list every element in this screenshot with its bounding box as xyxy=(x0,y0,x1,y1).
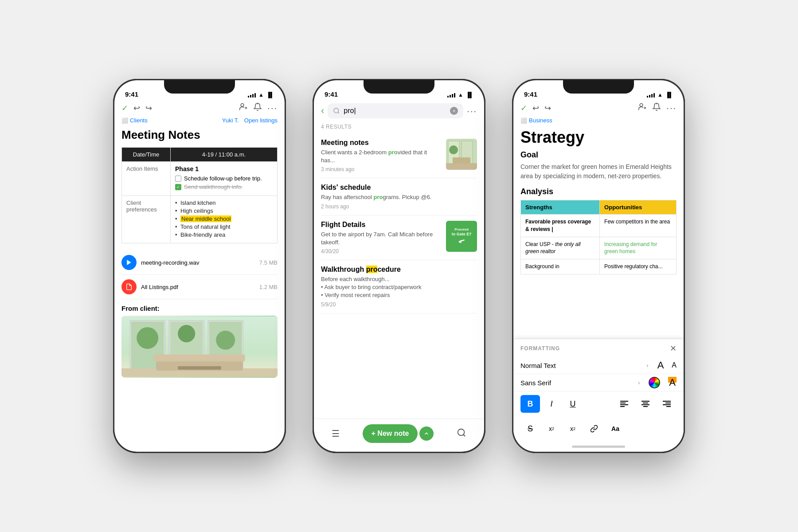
format-icon-a-small[interactable]: A xyxy=(672,361,677,369)
note-title: Meeting Notes xyxy=(121,128,278,142)
goal-label: Goal xyxy=(520,150,677,160)
checklist-text-1: Schedule follow-up before trip. xyxy=(184,175,262,182)
audio-filename: meeting-recording.wav xyxy=(141,259,255,266)
result-time-4: 5/9/20 xyxy=(321,301,477,308)
search-more-icon[interactable]: ··· xyxy=(467,106,477,116)
search-results: Meeting notes Client wants a 2-bedroom p… xyxy=(314,133,484,419)
add-person-icon[interactable] xyxy=(239,102,248,113)
undo-icon[interactable]: ↩ xyxy=(133,103,140,113)
results-count: 4 RESULTS xyxy=(314,122,484,133)
search-bottom-icon[interactable] xyxy=(457,428,466,440)
signal-bar xyxy=(647,96,648,98)
breadcrumb-right: Yuki T. Open listings xyxy=(222,117,278,124)
note-table: Date/Time 4-19 / 11:00 a.m. Action Items… xyxy=(121,147,278,243)
search-clear-button[interactable]: × xyxy=(450,107,458,115)
superscript-button[interactable]: x2 xyxy=(542,420,561,438)
result-snippet-1: Client wants a 2-bedroom provided that i… xyxy=(321,149,441,164)
svg-point-0 xyxy=(241,104,244,107)
new-note-button[interactable]: + New note xyxy=(363,424,418,443)
italic-button[interactable]: I xyxy=(542,395,561,413)
subscript-button[interactable]: x2 xyxy=(563,420,583,438)
color-picker-icon[interactable] xyxy=(649,377,660,388)
result-content-2: Kids' schedule Ray has afterschool progr… xyxy=(321,184,477,209)
breadcrumb-label-3[interactable]: Business xyxy=(529,117,552,124)
client-image xyxy=(121,316,278,378)
chevron-button[interactable] xyxy=(419,426,434,441)
back-button[interactable]: ‹ xyxy=(321,105,324,117)
menu-icon[interactable]: ☰ xyxy=(332,428,340,439)
checkbox-2[interactable] xyxy=(175,184,181,190)
result-snippet-2: Ray has afterschool programs. Pickup @6. xyxy=(321,193,477,201)
checklist-item-2: Send walkthrough info. xyxy=(175,184,273,190)
redo-icon[interactable]: ↪ xyxy=(145,103,152,113)
strikethrough-button[interactable]: S xyxy=(520,420,540,438)
signal-bar xyxy=(254,93,256,98)
result-item-3[interactable]: Flight Details Get to the airport by 7am… xyxy=(321,215,477,260)
result-content-1: Meeting notes Client wants a 2-bedroom p… xyxy=(321,139,441,172)
format-icon-a-striped[interactable]: A xyxy=(668,377,677,388)
opportunities-header: Opportunities xyxy=(600,200,677,215)
svg-line-28 xyxy=(463,434,465,436)
check-icon-3[interactable]: ✓ xyxy=(520,103,527,113)
phone-meeting-notes: 9:41 ▲ ▐▌ ✓ ↩ ↪ xyxy=(113,79,286,453)
breadcrumb-3: ⬜ Business xyxy=(513,116,684,126)
result-item-1[interactable]: Meeting notes Client wants a 2-bedroom p… xyxy=(321,133,477,178)
checklist-item-1: Schedule follow-up before trip. xyxy=(175,175,273,182)
status-time-2: 9:41 xyxy=(325,90,338,98)
bold-button[interactable]: B xyxy=(520,395,540,413)
add-bell-icon[interactable] xyxy=(253,102,262,113)
goal-text: Corner the market for green homes in Eme… xyxy=(520,162,677,181)
result-item-2[interactable]: Kids' schedule Ray has afterschool progr… xyxy=(321,178,477,215)
format-normal-text-label[interactable]: Normal Text xyxy=(520,362,642,369)
breadcrumb-listings[interactable]: Open listings xyxy=(244,117,278,124)
format-toolbar-row-1: B I U xyxy=(513,391,684,416)
strategy-title: Strategy xyxy=(520,128,677,147)
signal-bar xyxy=(454,93,455,98)
status-icons-1: ▲ ▐▌ xyxy=(248,92,274,98)
signal-bar xyxy=(649,95,650,98)
format-icon-a-serif[interactable]: A xyxy=(657,360,664,371)
search-input[interactable]: pro| xyxy=(344,107,446,115)
breadcrumb-yuki[interactable]: Yuki T. xyxy=(222,117,239,124)
check-icon[interactable]: ✓ xyxy=(121,103,128,113)
redo-icon-3[interactable]: ↪ xyxy=(544,103,551,113)
undo-icon-3[interactable]: ↩ xyxy=(532,103,539,113)
more-options-icon-3[interactable]: ··· xyxy=(666,103,677,113)
result-item-4[interactable]: Walkthrough procedure Before each walkth… xyxy=(321,260,477,313)
search-input-wrapper[interactable]: pro| × xyxy=(328,103,463,118)
align-left-button[interactable] xyxy=(614,395,634,413)
checkbox-1[interactable] xyxy=(175,176,181,182)
swot-table: Strengths Opportunities Favorable press … xyxy=(520,200,677,274)
attachment-pdf[interactable]: All Listings.pdf 1.2 MB xyxy=(121,275,278,299)
more-options-icon[interactable]: ··· xyxy=(267,103,278,113)
result-time-3: 4/30/20 xyxy=(321,248,441,254)
highlight-button[interactable]: Aa xyxy=(606,420,625,438)
bottom-nav: ☰ + New note xyxy=(314,419,484,452)
align-center-button[interactable] xyxy=(636,395,655,413)
notch xyxy=(164,80,235,94)
table-header-datetime: Date/Time xyxy=(122,148,171,162)
add-person-icon-3[interactable] xyxy=(638,102,647,113)
breadcrumb-1: ⬜ Clients Yuki T. Open listings xyxy=(114,116,285,126)
pref-item-1: Island kitchen xyxy=(175,200,273,206)
breadcrumb-label-1[interactable]: Clients xyxy=(130,117,148,124)
home-bar xyxy=(572,446,625,448)
wifi-icon-3: ▲ xyxy=(657,92,663,98)
link-button[interactable] xyxy=(584,420,604,438)
signal-bars-2 xyxy=(447,92,455,98)
attachment-audio[interactable]: meeting-recording.wav 7.5 MB xyxy=(121,250,278,275)
svg-point-27 xyxy=(458,429,465,435)
pref-item-2: High ceilings xyxy=(175,207,273,214)
add-bell-icon-3[interactable] xyxy=(652,102,661,113)
result-title-3: Flight Details xyxy=(321,221,441,229)
underline-button[interactable]: U xyxy=(563,395,583,413)
action-items-label: Action Items xyxy=(122,162,171,196)
notch-2 xyxy=(364,80,434,94)
format-sans-serif-label[interactable]: Sans Serif xyxy=(520,379,634,387)
formatting-close-button[interactable]: ✕ xyxy=(670,344,677,353)
result-content-3: Flight Details Get to the airport by 7am… xyxy=(321,221,441,254)
svg-marker-4 xyxy=(127,260,131,265)
align-right-button[interactable] xyxy=(657,395,677,413)
battery-icon-2: ▐▌ xyxy=(466,92,473,98)
screen-content-1: Meeting Notes Date/Time 4-19 / 11:00 a.m… xyxy=(114,126,285,452)
